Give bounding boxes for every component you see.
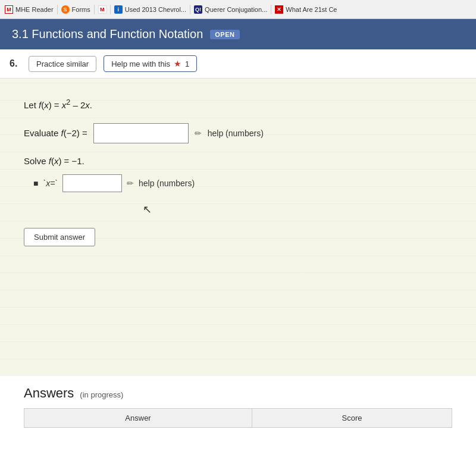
tab-what21st[interactable]: ✕ What Are 21st Ce bbox=[275, 5, 337, 14]
in-progress-label: (in progress) bbox=[80, 390, 123, 399]
what-favicon: ✕ bbox=[275, 5, 283, 14]
help-numbers-link-2[interactable]: help (numbers) bbox=[139, 178, 195, 188]
browser-toolbar: M MHE Reader S Forms M i Used 2013 Chevr… bbox=[0, 0, 476, 19]
tab-chevrol[interactable]: i Used 2013 Chevrol... bbox=[114, 5, 186, 14]
col-score-header: Score bbox=[252, 409, 452, 428]
tab-divider-5 bbox=[271, 5, 271, 14]
problem-definition: Let f(x) = x2 – 2x. bbox=[24, 96, 452, 112]
answers-section: Answers (in progress) Answer Score bbox=[0, 376, 476, 437]
tab-querer[interactable]: Q! Querer Conjugation... bbox=[194, 5, 267, 14]
forms-favicon: S bbox=[61, 5, 70, 14]
tab-divider-3 bbox=[110, 5, 111, 14]
open-badge: OPEN bbox=[210, 30, 239, 39]
cursor: ↖ bbox=[143, 203, 452, 216]
answers-title: Answers bbox=[24, 386, 74, 401]
tab-divider-1 bbox=[57, 5, 58, 14]
page-header: 3.1 Functions and Function Notation OPEN bbox=[0, 19, 476, 49]
tab-forms[interactable]: S Forms bbox=[61, 5, 90, 14]
evaluate-row: Evaluate f(−2) = ✏ help (numbers) bbox=[24, 123, 452, 143]
evaluate-label: Evaluate f(−2) = bbox=[24, 126, 87, 140]
help-btn-label: Help me with this bbox=[111, 60, 170, 68]
x-equals-input[interactable] bbox=[62, 174, 122, 192]
solve-row: Solve f(x) = −1. ■ `x=` ✏ help (numbers) bbox=[24, 154, 452, 192]
practice-similar-button[interactable]: Practice similar bbox=[29, 56, 96, 72]
pencil-icon-2: ✏ bbox=[127, 178, 134, 188]
main-content: Let f(x) = x2 – 2x. Evaluate f(−2) = ✏ h… bbox=[0, 79, 476, 376]
tab-mhe-label: MHE Reader bbox=[15, 6, 54, 13]
tab-mhe[interactable]: M MHE Reader bbox=[5, 5, 54, 14]
tab-divider-4 bbox=[190, 5, 190, 14]
evaluate-input[interactable] bbox=[93, 123, 189, 143]
tab-what21st-label: What Are 21st Ce bbox=[286, 6, 337, 13]
pencil-icon: ✏ bbox=[195, 129, 202, 138]
x-equals-row: ■ `x=` ✏ help (numbers) bbox=[33, 174, 452, 192]
info-favicon: i bbox=[114, 5, 123, 14]
col-answer-header: Answer bbox=[24, 409, 252, 428]
page-title: 3.1 Functions and Function Notation bbox=[12, 27, 203, 41]
tab-chevrol-label: Used 2013 Chevrol... bbox=[125, 6, 186, 13]
tab-forms-label: Forms bbox=[72, 6, 90, 13]
solve-label: Solve f(x) = −1. bbox=[24, 154, 452, 168]
querer-favicon: Q! bbox=[194, 5, 202, 14]
answers-header: Answers (in progress) bbox=[24, 386, 452, 401]
help-me-button[interactable]: Help me with this ★ 1 bbox=[104, 55, 197, 72]
mhe-favicon: M bbox=[5, 5, 13, 14]
bullet-point: ■ bbox=[33, 178, 38, 188]
help-numbers-link-1[interactable]: help (numbers) bbox=[208, 129, 264, 138]
gmail-favicon: M bbox=[98, 5, 107, 14]
submit-answer-button[interactable]: Submit answer bbox=[24, 228, 95, 246]
answers-table: Answer Score bbox=[24, 408, 452, 428]
tab-querer-label: Querer Conjugation... bbox=[205, 6, 267, 13]
tab-divider-2 bbox=[94, 5, 95, 14]
help-count: 1 bbox=[185, 60, 189, 68]
question-row: 6. Practice similar Help me with this ★ … bbox=[0, 49, 476, 79]
tab-gmail[interactable]: M bbox=[98, 5, 107, 14]
x-label: `x=` bbox=[43, 178, 58, 188]
question-number: 6. bbox=[10, 58, 21, 69]
star-icon: ★ bbox=[174, 59, 181, 68]
